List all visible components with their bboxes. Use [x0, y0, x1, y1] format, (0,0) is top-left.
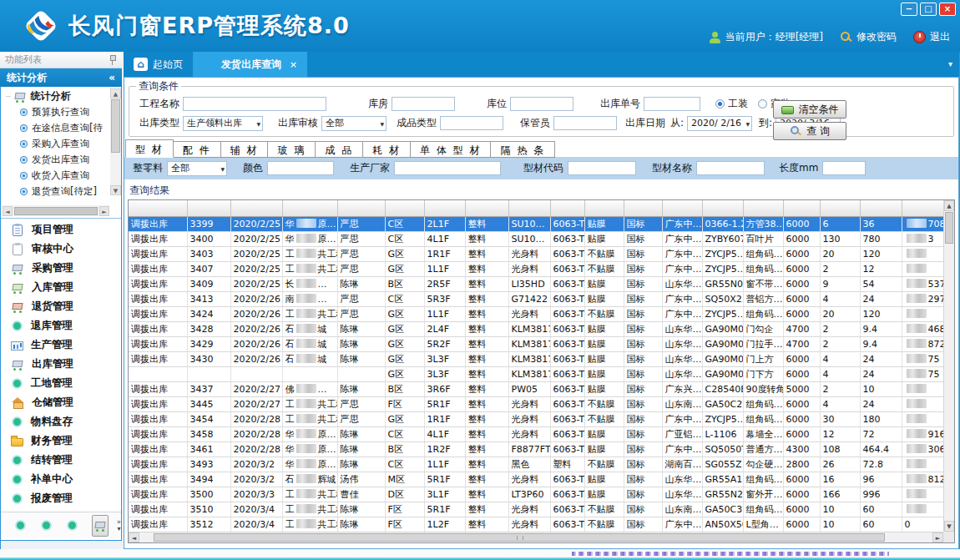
- cell-location[interactable]: 2R5F: [424, 276, 465, 291]
- cell-surface[interactable]: 贴膜: [584, 426, 624, 441]
- cell-project[interactable]: 长…: [282, 276, 337, 291]
- material-tab[interactable]: 辅 材: [220, 141, 269, 158]
- cell-surface[interactable]: 贴膜: [584, 441, 624, 457]
- cell-out-type[interactable]: 调拨出库: [129, 306, 187, 321]
- cell-project[interactable]: 佛…: [282, 381, 337, 396]
- cell-name[interactable]: 门下方: [743, 366, 783, 381]
- cell-warehouse[interactable]: M区: [385, 472, 424, 487]
- table-row[interactable]: 调拨出库 3494 2020/3/2 石辉城 汤伟 M区 5R1F 整料 光身料: [129, 472, 943, 487]
- cell-surface[interactable]: 贴膜: [584, 351, 624, 366]
- cell-price[interactable]: [902, 261, 943, 276]
- cell-location[interactable]: 3L3F: [424, 351, 465, 366]
- cell-name[interactable]: 组角码…: [743, 261, 783, 276]
- cell-material[interactable]: 6063-T5: [550, 216, 584, 231]
- cell-date[interactable]: 2020/3/2: [230, 472, 282, 487]
- cell-qty[interactable]: 4: [820, 351, 860, 366]
- cell-out-length[interactable]: 10: [860, 381, 902, 396]
- cell-out-length[interactable]: 12: [860, 261, 902, 276]
- cell-maker[interactable]: 广东中…: [662, 246, 702, 261]
- scroll-thumb[interactable]: [111, 99, 120, 153]
- audit-select[interactable]: 全部: [321, 116, 387, 131]
- column-header[interactable]: [424, 200, 465, 216]
- cell-color[interactable]: PW05: [508, 381, 550, 396]
- column-header[interactable]: [783, 200, 820, 216]
- cell-length[interactable]: 6000: [783, 366, 820, 381]
- collapse-icon[interactable]: «: [109, 72, 115, 83]
- scroll-thumb[interactable]: [154, 533, 885, 542]
- cell-code[interactable]: 0366-1.2: [702, 216, 743, 231]
- cell-order-no[interactable]: 3409: [187, 276, 230, 291]
- cell-film[interactable]: 国标: [624, 246, 662, 261]
- cell-whole-part[interactable]: 整料: [465, 261, 508, 276]
- cell-out-length[interactable]: 996: [860, 487, 902, 502]
- cell-project[interactable]: 工共工程: [282, 502, 337, 517]
- cell-price[interactable]: 2972: [902, 291, 943, 306]
- cell-color[interactable]: 光身料: [508, 306, 550, 321]
- cell-color[interactable]: KLM3817: [508, 321, 550, 336]
- sidebar-menu-item[interactable]: 退货管理: [1, 297, 121, 316]
- material-tab[interactable]: 隔 热 条: [490, 141, 555, 158]
- cell-project[interactable]: 工共工程: [282, 411, 337, 426]
- cell-warehouse[interactable]: G区: [385, 336, 424, 351]
- product-type-input[interactable]: [440, 116, 503, 130]
- cell-out-length[interactable]: 9.4: [860, 336, 902, 351]
- cell-out-type[interactable]: 调拨出库: [129, 216, 187, 231]
- cell-film[interactable]: 国标: [624, 306, 662, 321]
- cell-date[interactable]: 2020/2/28: [230, 441, 282, 457]
- logout-button[interactable]: 退出: [913, 30, 950, 44]
- cell-warehouse[interactable]: C区: [385, 216, 424, 231]
- cell-order-no[interactable]: [187, 366, 230, 381]
- cell-order-no[interactable]: 3510: [187, 502, 230, 517]
- cell-out-type[interactable]: 调拨出库: [129, 291, 187, 306]
- stat-section-header[interactable]: 统计分析 «: [0, 68, 122, 87]
- cell-order-no[interactable]: 3458: [187, 426, 230, 441]
- table-row[interactable]: 调拨出库 3407 2020/2/25 工共工程 严思 G区 1L1F 整料 光…: [129, 261, 943, 276]
- cell-price[interactable]: 468: [902, 321, 943, 336]
- cell-keeper[interactable]: 陈琳: [337, 426, 385, 441]
- cell-name[interactable]: 门上方: [743, 351, 783, 366]
- cell-code[interactable]: GR55A11: [702, 472, 743, 487]
- cell-maker[interactable]: 山东华…: [662, 351, 702, 366]
- cell-length[interactable]: 6000: [783, 426, 820, 441]
- cell-length[interactable]: 4700: [783, 321, 820, 336]
- cell-surface[interactable]: 不贴膜: [584, 246, 624, 261]
- scroll-up-icon[interactable]: ▲: [944, 200, 954, 211]
- cell-color[interactable]: SU10…: [508, 231, 550, 246]
- cell-surface[interactable]: 贴膜: [584, 366, 624, 381]
- cell-whole-part[interactable]: 整料: [465, 517, 508, 532]
- cell-maker[interactable]: 山东南…: [662, 502, 702, 517]
- cell-warehouse[interactable]: B区: [385, 276, 424, 291]
- cell-length[interactable]: 5000: [783, 381, 820, 396]
- scroll-thumb[interactable]: [14, 207, 98, 215]
- cell-keeper[interactable]: 陈琳: [337, 336, 385, 351]
- cell-whole-part[interactable]: 整料: [465, 216, 508, 231]
- cell-length[interactable]: 6000: [783, 231, 820, 246]
- cell-date[interactable]: 2020/3/4: [230, 517, 282, 532]
- cell-maker[interactable]: 广东中…: [662, 411, 702, 426]
- cell-date[interactable]: 2020/2/28: [230, 411, 282, 426]
- cell-qty[interactable]: 26: [820, 457, 860, 472]
- cell-keeper[interactable]: 曹佳: [337, 487, 385, 502]
- project-name-input[interactable]: [183, 97, 326, 111]
- cell-warehouse[interactable]: G区: [385, 411, 424, 426]
- cell-material[interactable]: 6063-T5: [550, 366, 584, 381]
- cell-surface[interactable]: 不贴膜: [584, 261, 624, 276]
- cell-out-length[interactable]: 96: [860, 472, 902, 487]
- cell-keeper[interactable]: 严思: [337, 246, 385, 261]
- cell-order-no[interactable]: 3494: [187, 472, 230, 487]
- cell-qty[interactable]: 12: [820, 426, 860, 441]
- cell-name[interactable]: 普铝方…: [743, 291, 783, 306]
- cell-location[interactable]: 3R6F: [424, 381, 465, 396]
- cell-maker[interactable]: 山东华…: [662, 321, 702, 336]
- cell-out-length[interactable]: 24: [860, 366, 902, 381]
- cell-price[interactable]: [902, 487, 943, 502]
- cell-surface[interactable]: 贴膜: [584, 276, 624, 291]
- cell-keeper[interactable]: 严思: [337, 231, 385, 246]
- cell-film[interactable]: 国标: [624, 261, 662, 276]
- cell-code[interactable]: ZYCJP5…: [702, 246, 743, 261]
- cell-out-type[interactable]: 调拨出库: [129, 472, 187, 487]
- cell-name[interactable]: 幕墙全…: [743, 426, 783, 441]
- scroll-left-icon[interactable]: ◄: [3, 206, 13, 216]
- cell-out-length[interactable]: 120: [860, 246, 902, 261]
- column-header[interactable]: [624, 200, 662, 216]
